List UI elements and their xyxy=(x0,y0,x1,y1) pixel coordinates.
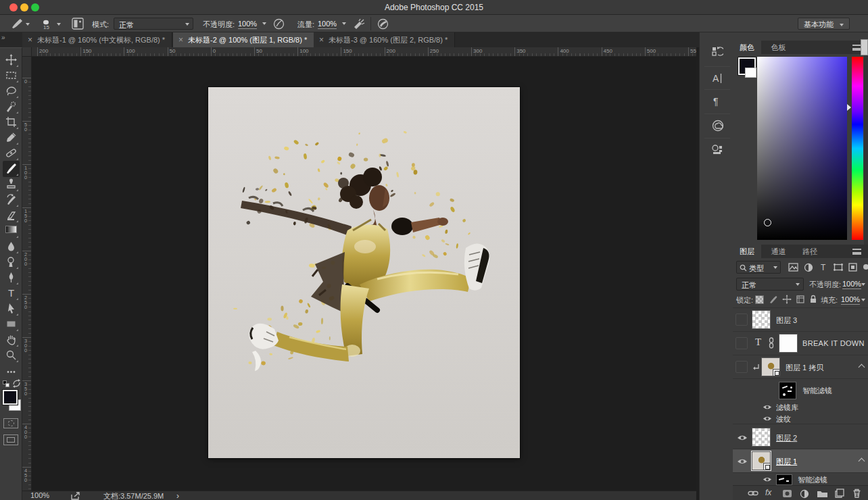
eye-icon[interactable] xyxy=(763,404,772,410)
brush-preset-chevron-icon[interactable] xyxy=(26,23,30,26)
tab-color[interactable]: 颜色 xyxy=(733,41,761,54)
lock-pixels-icon[interactable] xyxy=(769,295,778,304)
filter-toggle-icon[interactable] xyxy=(863,263,868,272)
visibility-toggle[interactable] xyxy=(736,361,748,373)
layer-filter-type-dropdown[interactable]: 类型 xyxy=(736,261,781,274)
visibility-toggle[interactable] xyxy=(736,455,748,467)
clone-stamp-tool[interactable] xyxy=(3,176,20,193)
character-panel-button[interactable]: A xyxy=(704,66,730,89)
quick-mask-button[interactable] xyxy=(3,418,18,428)
type-tool[interactable]: T xyxy=(3,285,20,301)
layer-fill-chevron-icon[interactable] xyxy=(861,299,865,301)
gradient-tool[interactable] xyxy=(3,223,20,239)
smart-filters-row[interactable]: 智能滤镜 xyxy=(733,379,868,401)
text-layer-thumbnail[interactable] xyxy=(779,334,798,353)
filter-mask-thumbnail[interactable] xyxy=(779,382,796,399)
screen-mode-button[interactable] xyxy=(3,434,18,445)
filter-smart-objects-icon[interactable] xyxy=(848,263,857,272)
pen-tool[interactable] xyxy=(3,270,20,286)
layer-opacity-chevron-icon[interactable] xyxy=(861,283,865,286)
tab-untitled-3[interactable]: ×未标题-3 @ 160% (图层 2, RGB/8) * xyxy=(314,32,455,47)
layer-row-layer1-copy[interactable]: 图层 1 拷贝 xyxy=(733,355,868,379)
color-picker-cursor[interactable] xyxy=(764,219,771,226)
document-canvas[interactable] xyxy=(208,87,520,458)
layer-thumbnail[interactable] xyxy=(752,428,771,447)
layer-name[interactable]: 图层 2 xyxy=(776,433,797,443)
healing-brush-tool[interactable] xyxy=(3,145,20,161)
smoothing-icon[interactable] xyxy=(377,18,389,30)
collapse-filters-icon[interactable] xyxy=(859,458,865,465)
tablet-pressure-opacity-icon[interactable] xyxy=(273,18,285,30)
close-tab-icon[interactable]: × xyxy=(28,35,32,45)
workspace-switcher[interactable]: 基本功能 xyxy=(798,18,850,30)
tab-paths[interactable]: 路径 xyxy=(796,245,824,258)
lock-all-icon[interactable] xyxy=(809,295,817,304)
brush-preset-icon[interactable] xyxy=(11,18,23,29)
layer-name[interactable]: 图层 1 拷贝 xyxy=(786,363,823,373)
tab-swatches[interactable]: 色板 xyxy=(764,41,792,54)
tab-layers[interactable]: 图层 xyxy=(733,245,761,258)
ruler-origin-corner[interactable] xyxy=(22,47,32,57)
layer-row-layer3[interactable]: 图层 3 xyxy=(733,308,868,332)
tab-untitled-1[interactable]: ×未标题-1 @ 160% (中文横标, RGB/8) * xyxy=(22,32,172,47)
layer-row-text[interactable]: T BREAK IT DOWN xyxy=(733,332,868,355)
layer-name[interactable]: 图层 3 xyxy=(776,316,797,326)
saturation-brightness-picker[interactable] xyxy=(757,57,847,240)
history-panel-button[interactable] xyxy=(704,41,730,64)
filter-name[interactable]: 滤镜库 xyxy=(776,403,798,413)
layer-row-layer1-selected[interactable]: 图层 1 xyxy=(733,449,868,473)
flow-chevron-icon[interactable] xyxy=(342,22,346,25)
add-mask-button[interactable] xyxy=(782,489,792,498)
path-selection-tool[interactable] xyxy=(3,301,20,317)
layer-row-layer2[interactable]: 图层 2 xyxy=(733,426,868,449)
panel-collapse-handle[interactable] xyxy=(861,39,868,55)
edit-toolbar-ellipsis[interactable] xyxy=(3,364,20,380)
swap-colors-icon[interactable] xyxy=(12,379,21,388)
filter-pixel-layers-icon[interactable] xyxy=(788,263,798,272)
layer-name[interactable]: 图层 1 xyxy=(776,457,797,467)
layer-thumbnail[interactable] xyxy=(752,310,771,329)
new-adjustment-layer-button[interactable] xyxy=(800,489,809,499)
filter-shape-layers-icon[interactable] xyxy=(834,263,843,272)
layer-thumbnail[interactable] xyxy=(761,357,780,376)
layer-style-button[interactable]: fx xyxy=(765,488,771,497)
blur-tool[interactable] xyxy=(3,239,20,255)
lock-position-icon[interactable] xyxy=(782,295,792,304)
dodge-tool[interactable] xyxy=(3,254,20,270)
delete-layer-button[interactable] xyxy=(852,489,861,498)
eyedropper-tool[interactable] xyxy=(3,130,20,146)
lasso-tool[interactable] xyxy=(3,83,20,99)
filter-item-row[interactable]: 波纹 xyxy=(733,413,868,424)
flow-value[interactable]: 100% xyxy=(318,20,337,29)
paragraph-panel-button[interactable]: ¶ xyxy=(704,89,730,112)
eraser-tool[interactable] xyxy=(3,207,20,224)
close-tab-icon[interactable]: × xyxy=(178,35,183,45)
history-brush-tool[interactable] xyxy=(3,192,20,208)
lock-transparency-icon[interactable] xyxy=(755,295,764,304)
airbrush-icon[interactable] xyxy=(353,18,365,30)
new-group-button[interactable] xyxy=(817,489,828,498)
hand-tool[interactable] xyxy=(3,332,20,348)
foreground-color-swatch[interactable] xyxy=(3,390,18,405)
hue-slider[interactable] xyxy=(852,57,863,240)
layer-opacity-value[interactable]: 100% xyxy=(842,280,861,289)
layers-panel-menu-icon[interactable] xyxy=(852,249,861,255)
default-colors-icon[interactable] xyxy=(3,380,9,387)
share-document-icon[interactable] xyxy=(71,492,80,500)
zoom-level-field[interactable]: 100% xyxy=(30,491,49,499)
visibility-toggle[interactable] xyxy=(736,314,748,326)
adobe-stock-panel-button[interactable] xyxy=(704,138,730,161)
layer-name[interactable]: BREAK IT DOWN xyxy=(802,339,865,347)
blend-mode-dropdown[interactable]: 正常 xyxy=(736,278,804,291)
filter-type-layers-icon[interactable]: T xyxy=(819,263,828,272)
eye-icon[interactable] xyxy=(763,416,772,422)
tab-channels[interactable]: 通道 xyxy=(764,245,792,258)
shape-tool[interactable] xyxy=(3,316,20,332)
layer-thumbnail[interactable] xyxy=(752,451,771,470)
quick-selection-tool[interactable] xyxy=(3,99,20,115)
creative-cloud-libraries-button[interactable] xyxy=(704,114,730,136)
link-layers-button[interactable] xyxy=(748,490,758,497)
visibility-toggle[interactable] xyxy=(736,337,748,349)
opacity-chevron-icon[interactable] xyxy=(262,22,266,25)
visibility-toggle[interactable] xyxy=(736,431,748,443)
